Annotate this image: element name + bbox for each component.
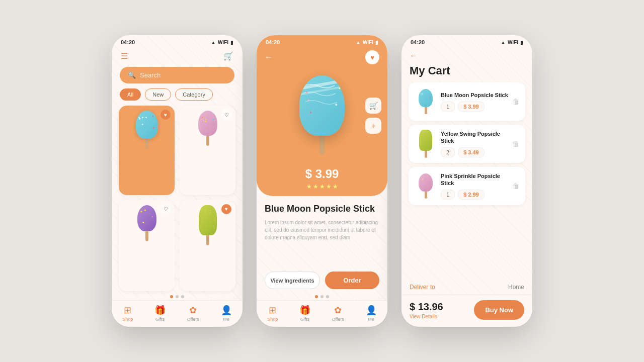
nav-gifts-1[interactable]: 🎁 Gifts xyxy=(154,305,166,322)
favorite-btn-1[interactable]: ♥ xyxy=(160,110,171,120)
add-btn[interactable]: + xyxy=(365,118,381,134)
signal-icon-3: ▲ xyxy=(501,40,506,45)
shop-icon-1: ⊞ xyxy=(124,305,131,316)
filter-category[interactable]: Category xyxy=(175,88,213,101)
cart-item-img-1: ● ● xyxy=(415,87,437,116)
delete-item-3[interactable]: 🗑 xyxy=(512,182,519,190)
gifts-icon-1: 🎁 xyxy=(154,305,166,316)
delete-item-1[interactable]: 🗑 xyxy=(512,98,519,106)
price-3: $ 2.99 xyxy=(458,190,485,200)
nav-offers-1[interactable]: ✿ Offers xyxy=(187,305,199,322)
cart-item-img-2 xyxy=(415,130,437,158)
star-3: ★ xyxy=(319,183,325,190)
status-bar-2: 04:20 ▲ WiFi ▮ xyxy=(257,35,387,47)
search-icon: 🔍 xyxy=(128,71,136,79)
filter-all[interactable]: All xyxy=(120,88,141,101)
dot-p2-1 xyxy=(315,295,318,298)
favorite-button-2[interactable]: ♥ xyxy=(365,50,379,64)
battery-icon: ▮ xyxy=(230,40,233,45)
filter-row: All New Category xyxy=(112,88,243,106)
popsicle-pink: ● ● ● xyxy=(198,111,217,146)
phone-browse: 04:20 ▲ WiFi ▮ ☰ 🛒 🔍 All New Category ♥ xyxy=(112,35,243,327)
nav-me-2[interactable]: 👤 Me xyxy=(366,305,377,322)
cart-item-controls-2: 2 $ 3.49 xyxy=(441,147,508,157)
product-card-purple[interactable]: ♡ ● ● ● xyxy=(119,200,175,292)
search-bar[interactable]: 🔍 xyxy=(120,67,234,83)
cart-item-blue-moon[interactable]: ● ● Blue Moon Popsicle Stick 1 $ 3.99 🗑 xyxy=(409,82,525,121)
delete-item-2[interactable]: 🗑 xyxy=(512,140,519,148)
nav-me-1[interactable]: 👤 Me xyxy=(221,305,232,322)
popsicle-blue-moon: ● ● ● ● xyxy=(136,111,158,149)
product-hero: 04:20 ▲ WiFi ▮ ← ♥ ● ● ● xyxy=(257,35,387,196)
qty-3[interactable]: 1 xyxy=(441,190,455,200)
star-5: ★ xyxy=(333,183,338,190)
cart-item-pink[interactable]: ● Pink Sprinkle Popsicle Stick 1 $ 2.99 … xyxy=(409,167,525,205)
cart-item-info-3: Pink Sprinkle Popsicle Stick 1 $ 2.99 xyxy=(441,172,508,200)
products-grid: ♥ ● ● ● ● ♡ ● ● xyxy=(112,106,243,291)
order-button[interactable]: Order xyxy=(325,272,379,289)
time-2: 04:20 xyxy=(266,39,280,45)
product-card-yellow[interactable]: ♥ xyxy=(180,200,235,292)
rating-stars: ★ ★ ★ ★ ★ xyxy=(306,183,338,190)
search-input[interactable] xyxy=(140,71,226,79)
cart-header-icon[interactable]: 🛒 xyxy=(223,51,233,61)
view-details-link[interactable]: View Details xyxy=(410,314,443,319)
cart-item-name-3: Pink Sprinkle Popsicle Stick xyxy=(441,172,508,187)
nav-gifts-2[interactable]: 🎁 Gifts xyxy=(299,305,310,322)
price-1: $ 3.99 xyxy=(458,102,485,112)
back-button-2[interactable]: ← xyxy=(265,53,273,62)
cart-item-yellow[interactable]: Yellow Swing Popsicle Stick 2 $ 3.49 🗑 xyxy=(409,125,525,163)
cart-item-img-3: ● xyxy=(415,172,437,200)
battery-icon-2: ▮ xyxy=(375,40,378,45)
bottom-nav-1: ⊞ Shop 🎁 Gifts ✿ Offers 👤 Me xyxy=(112,300,243,327)
dot-3 xyxy=(181,295,184,298)
view-ingredients-button[interactable]: View Ingredients xyxy=(265,272,320,289)
phone-detail: 04:20 ▲ WiFi ▮ ← ♥ ● ● ● xyxy=(257,35,387,327)
popsicle-sprinkles: ● ● ● ● ● ● ● xyxy=(299,75,345,136)
status-icons-1: ▲ WiFi ▮ xyxy=(211,40,233,45)
star-1: ★ xyxy=(306,183,312,190)
total-section: $ 13.96 View Details xyxy=(410,301,443,319)
status-icons-2: ▲ WiFi ▮ xyxy=(356,40,378,45)
back-button-3[interactable]: ← xyxy=(410,51,418,60)
dot-p2-2 xyxy=(320,295,324,298)
phone2-nav: ← ♥ xyxy=(257,47,387,67)
signal-icon: ▲ xyxy=(211,40,216,45)
me-icon-2: 👤 xyxy=(366,305,377,316)
signal-icon-2: ▲ xyxy=(356,40,361,45)
nav-shop-2[interactable]: ⊞ Shop xyxy=(267,305,278,322)
offers-icon-2: ✿ xyxy=(334,305,342,316)
qty-1[interactable]: 1 xyxy=(441,102,455,112)
popsicle-yellow-sm xyxy=(419,130,432,158)
qty-2[interactable]: 2 xyxy=(441,147,455,157)
buy-now-button[interactable]: Buy Now xyxy=(474,300,524,320)
nav-offers-2[interactable]: ✿ Offers xyxy=(332,305,344,322)
product-price: $ 3.99 xyxy=(305,167,339,181)
bottom-nav-2: ⊞ Shop 🎁 Gifts ✿ Offers 👤 Me xyxy=(257,300,387,327)
favorite-btn-3[interactable]: ♡ xyxy=(160,204,171,214)
product-card-pink[interactable]: ♡ ● ● ● xyxy=(180,106,235,195)
wifi-icon: WiFi xyxy=(218,40,228,45)
page-dots-2 xyxy=(257,291,387,300)
filter-new[interactable]: New xyxy=(145,88,171,101)
me-icon-1: 👤 xyxy=(221,305,232,316)
cart-item-name-2: Yellow Swing Popsicle Stick xyxy=(441,130,508,145)
favorite-btn-2[interactable]: ♡ xyxy=(221,110,231,120)
cart-item-controls-1: 1 $ 3.99 xyxy=(441,102,508,112)
offers-icon-1: ✿ xyxy=(189,305,197,316)
cart-item-name-1: Blue Moon Popsicle Stick xyxy=(441,92,508,99)
star-2: ★ xyxy=(313,183,318,190)
popsicle-yellow xyxy=(199,205,217,245)
price-section: $ 3.99 ★ ★ ★ ★ ★ xyxy=(257,167,387,196)
popsicle-large: ● ● ● ● ● ● ● xyxy=(299,75,345,154)
favorite-btn-4[interactable]: ♥ xyxy=(221,204,231,214)
menu-icon[interactable]: ☰ xyxy=(121,51,128,61)
add-to-cart-btn[interactable]: 🛒 xyxy=(365,98,381,114)
status-bar-3: 04:20 ▲ WiFi ▮ xyxy=(401,35,532,47)
product-card-blue-moon[interactable]: ♥ ● ● ● ● xyxy=(119,106,175,195)
nav-shop-1[interactable]: ⊞ Shop xyxy=(122,305,133,322)
cart-items-list: ● ● Blue Moon Popsicle Stick 1 $ 3.99 🗑 xyxy=(401,82,532,278)
cart-item-info-1: Blue Moon Popsicle Stick 1 $ 3.99 xyxy=(441,92,508,112)
total-price: $ 13.96 xyxy=(410,301,443,313)
cart-item-info-2: Yellow Swing Popsicle Stick 2 $ 3.49 xyxy=(441,130,508,158)
